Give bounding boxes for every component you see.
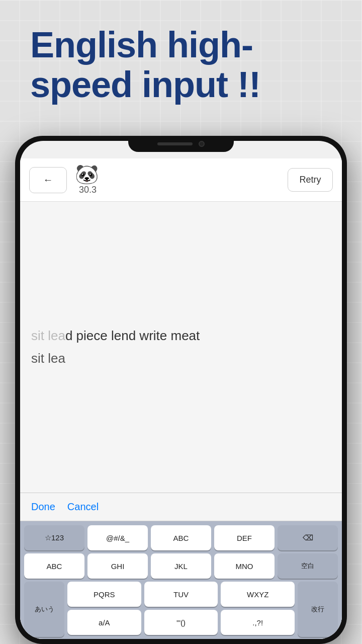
typed-text: sit lea [31, 328, 65, 343]
key-abc2[interactable]: ABC [24, 553, 84, 579]
done-button[interactable]: Done [31, 501, 55, 513]
key-space-kanji[interactable]: 空白 [278, 553, 338, 579]
notch-camera [199, 141, 205, 147]
phone-frame: ← 🐼 30.3 Retry sit lead piece lend write… [15, 136, 347, 644]
text-area: sit lead piece lend write meat sit lea [20, 202, 342, 493]
key-abc[interactable]: ABC [151, 525, 211, 550]
key-space-kanji-label: 空白 [301, 561, 314, 571]
key-star123-label: ☆123 [45, 533, 64, 542]
target-text: sit lead piece lend write meat [31, 328, 331, 344]
keyboard-row-34: あいう PQRS TUV WXYZ [24, 582, 338, 637]
remaining-text: d piece lend write meat [65, 328, 200, 343]
key-jkl-label: JKL [174, 562, 188, 571]
key-aiue[interactable]: あいう [24, 582, 64, 637]
keyboard: ☆123 @#/&_ ABC DEF ⌫ [20, 521, 342, 639]
key-ghi-label: GHI [111, 562, 125, 571]
keyboard-row-3: PQRS TUV WXYZ [67, 582, 295, 607]
key-quotes-label: '"() [176, 618, 186, 627]
key-mno[interactable]: MNO [214, 553, 275, 579]
key-shift-label: a/A [99, 618, 110, 627]
key-punct[interactable]: .,?! [221, 610, 295, 635]
key-wxyz[interactable]: WXYZ [221, 582, 295, 607]
score-display: 30.3 [79, 185, 97, 195]
notch-speaker [157, 142, 193, 145]
keyboard-middle-keys: PQRS TUV WXYZ a/A [67, 582, 295, 637]
key-punct-label: .,?! [252, 618, 263, 627]
input-text: sit lea [31, 351, 331, 366]
key-mno-label: MNO [236, 562, 253, 571]
key-def-label: DEF [237, 534, 252, 542]
keyboard-row-4: a/A '"() .,?! [67, 610, 295, 635]
cancel-button[interactable]: Cancel [67, 501, 99, 513]
retry-button[interactable]: Retry [288, 168, 333, 192]
key-jkl[interactable]: JKL [151, 553, 211, 579]
key-abc-label: ABC [173, 534, 189, 542]
keyboard-row-1: ☆123 @#/&_ ABC DEF ⌫ [24, 525, 338, 550]
key-enter[interactable]: 改行 [298, 582, 338, 637]
key-aiue-label: あいう [35, 605, 54, 614]
key-def[interactable]: DEF [214, 525, 275, 550]
hero-title: English high-speed input !! [30, 25, 332, 105]
key-symbols[interactable]: @#/&_ [87, 525, 148, 550]
key-ghi[interactable]: GHI [87, 553, 148, 579]
key-tuv-label: TUV [173, 590, 189, 599]
hero-section: English high-speed input !! [30, 25, 332, 105]
key-quotes[interactable]: '"() [144, 610, 218, 635]
app-content: ← 🐼 30.3 Retry sit lead piece lend write… [20, 158, 342, 639]
key-pqrs-label: PQRS [94, 590, 115, 599]
action-bar: Done Cancel [20, 493, 342, 521]
key-abc2-label: ABC [47, 562, 62, 571]
top-bar: ← 🐼 30.3 Retry [20, 158, 342, 202]
back-button[interactable]: ← [29, 167, 67, 193]
key-enter-label: 改行 [311, 605, 324, 614]
key-symbols-label: @#/&_ [106, 534, 129, 542]
key-tuv[interactable]: TUV [144, 582, 218, 607]
key-shift[interactable]: a/A [67, 610, 141, 635]
backspace-icon: ⌫ [303, 533, 313, 542]
key-pqrs[interactable]: PQRS [67, 582, 141, 607]
key-star123[interactable]: ☆123 [24, 525, 84, 550]
panda-emoji: 🐼 [75, 165, 99, 184]
keyboard-row-2: ABC GHI JKL MNO 空白 [24, 553, 338, 579]
key-backspace[interactable]: ⌫ [278, 525, 338, 550]
phone-notch [128, 136, 234, 152]
back-arrow-icon: ← [43, 174, 53, 186]
key-wxyz-label: WXYZ [247, 590, 268, 599]
phone-screen: ← 🐼 30.3 Retry sit lead piece lend write… [20, 141, 342, 639]
panda-mascot: 🐼 30.3 [75, 165, 99, 195]
